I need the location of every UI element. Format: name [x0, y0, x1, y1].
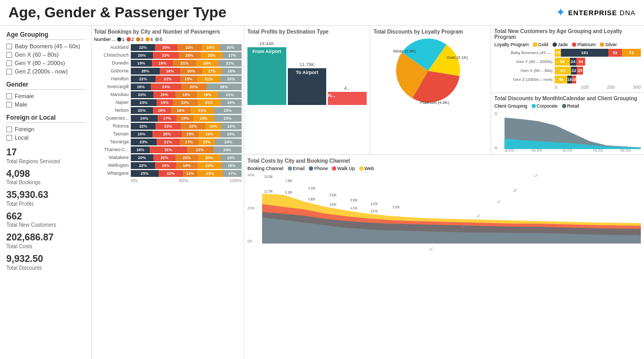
svg-text:7.26K: 7.26K	[285, 179, 293, 183]
bar-segment: 16%	[153, 107, 171, 114]
checkbox-genz[interactable]	[6, 69, 12, 75]
filter-local[interactable]: Local	[6, 134, 85, 141]
filter-genx[interactable]: Gen X (60 – 80s)	[6, 51, 85, 58]
logo: ✦ ENTERPRISE DNA	[556, 6, 636, 19]
stacked-bar-row: Auckland22%20%22%16%20%	[94, 44, 242, 51]
bar-segment: 18%	[221, 123, 242, 130]
bar-segment: 15%	[180, 76, 197, 82]
bar-segment: 23%	[153, 52, 179, 59]
bar-segment: 15%	[182, 131, 199, 138]
age-loyalty-segment: 24	[570, 58, 576, 66]
bar-segment: 20%	[179, 52, 201, 59]
bar-segment: 21%	[191, 107, 214, 114]
bar-segment: 25%	[131, 170, 159, 177]
age-loyalty-segment: 63	[555, 67, 571, 75]
checkbox-local[interactable]	[6, 135, 12, 141]
from-airport-label: From Airport	[253, 49, 282, 54]
stacked-bar-row: Dunedin19%19%21%20%21%	[94, 59, 242, 67]
stacked-bar-row: Rotorua22%22%22%14%18%	[94, 122, 242, 130]
checkbox-genx[interactable]	[6, 52, 12, 58]
profit-bar-other: 4... N...	[328, 86, 367, 105]
filter-foreign[interactable]: Foreign	[6, 126, 85, 132]
bar-segment: 19%	[197, 91, 218, 98]
bar-segment: 20%	[198, 154, 221, 161]
checkbox-baby-boomers[interactable]	[6, 44, 12, 49]
filter-geny[interactable]: Gen Y (80 – 2000s)	[6, 60, 85, 66]
svg-text:12.79K: 12.79K	[264, 189, 273, 193]
pie-chart: Silver (2.5K) Gold (3.1K) Platinum (4.6K…	[373, 37, 487, 105]
checkbox-foreign[interactable]	[6, 126, 12, 132]
stat-bookings: 4,098 Total Bookings	[6, 168, 85, 186]
bar-segment: 20%	[131, 52, 153, 59]
bar-segment: 15%	[157, 99, 173, 106]
bar-segment: 19%	[155, 162, 176, 169]
bar-segment: 16%	[131, 146, 150, 153]
stacked-bar-row: Queensto...24%17%15%18%25%	[94, 114, 242, 122]
stacked-bar-chart: Auckland22%20%22%16%20%Christchurch20%23…	[94, 44, 242, 177]
stacked-bar-row: Tasman19%26%15%19%19%	[94, 130, 242, 138]
svg-text:10.18K: 10.18K	[264, 175, 273, 178]
bar-segment: 20%	[153, 91, 176, 98]
age-loyalty-row: Gen Z (2000s – now)481818	[494, 76, 641, 83]
bar-segment: 21%	[157, 139, 180, 145]
bar-segment: 18%	[171, 107, 191, 114]
gender-filter: Gender Female Male	[6, 81, 85, 108]
bar-segment: 24%	[131, 115, 158, 122]
age-loyalty-chart: Baby Boomers (45 –...251815373Gen Y (80 …	[494, 49, 641, 83]
profit-bar-to: 11.79K To Airport	[288, 62, 327, 105]
bar-segment: 18%	[222, 68, 242, 75]
page-title: Age, Gender & Passenger Type	[8, 4, 226, 21]
svg-text:Jan 2016: Jan 2016	[504, 149, 514, 152]
stacked-bar-row: Gisborne26%18%20%17%18%	[94, 67, 242, 75]
svg-text:4.21K: 4.21K	[350, 206, 358, 210]
gender-title: Gender	[6, 81, 85, 90]
bar-segment: 19%	[221, 154, 242, 161]
bar-segment: 15%	[199, 139, 215, 145]
stacked-bar-row: Wellington22%19%19%22%18%	[94, 162, 242, 169]
age-loyalty-segment: 22	[571, 67, 577, 75]
costs-legend: Booking Channel Email Phone Walk Up Web	[247, 166, 641, 171]
foreign-local-title: Foreign or Local	[6, 114, 85, 123]
filter-female[interactable]: Female	[6, 93, 85, 99]
svg-text:3.51K: 3.51K	[392, 205, 400, 209]
discounts-legend: Client Grouping Corporate Retail	[494, 103, 641, 109]
age-loyalty-panel: Total New Customers by Age Grouping and …	[491, 26, 644, 93]
svg-text:4.07K: 4.07K	[371, 202, 378, 206]
svg-text:0K: 0K	[494, 145, 498, 150]
age-loyalty-row: Baby Boomers (45 –...251815373	[494, 49, 641, 57]
svg-text:Platinum (4.6K): Platinum (4.6K)	[420, 100, 449, 105]
checkbox-male[interactable]	[6, 102, 12, 108]
svg-text:4.14K: 4.14K	[308, 186, 316, 190]
bar-segment: 20%	[181, 83, 206, 90]
costs-area-chart: 12.79K 8.16K 6.80K 4.92K 4.21K 3.67K 10.…	[262, 173, 641, 251]
bar-segment: 22%	[173, 99, 197, 106]
bar-segment: 22%	[198, 162, 222, 169]
filter-baby-boomers[interactable]: Baby Boomers (45 – 60s)	[6, 43, 85, 49]
profit-bar-from: 19.44K From Airport	[247, 41, 286, 105]
bar-segment: 21%	[173, 60, 196, 67]
bar-segment: 23%	[131, 99, 157, 106]
bar-segment: 20%	[153, 154, 176, 161]
bar-segment: 17%	[180, 139, 199, 145]
stat-regions: 17 Total Regions Serviced	[6, 147, 85, 164]
checkbox-geny[interactable]	[6, 60, 12, 66]
bar-segment: 19%	[199, 131, 220, 138]
header: Age, Gender & Passenger Type ✦ ENTERPRIS…	[0, 0, 644, 26]
bar-segment: 26%	[152, 131, 182, 138]
bar-segment: 22%	[159, 170, 183, 177]
stacked-bar-row: Tauranga23%21%17%15%24%	[94, 138, 242, 145]
checkbox-female[interactable]	[6, 93, 12, 99]
bar-segment: 24%	[213, 146, 242, 153]
bar-segment: 25%	[214, 107, 242, 114]
sidebar: Age Grouping Baby Boomers (45 – 60s) Gen…	[0, 26, 92, 359]
bar-segment: 19%	[175, 91, 196, 98]
stacked-bar-row: Christchurch20%23%20%20%17%	[94, 51, 242, 59]
filter-genz[interactable]: Gen Z (2000s - now)	[6, 68, 85, 75]
stacked-bar-row: Waitakere20%20%20%20%19%	[94, 154, 242, 161]
svg-text:8.16K: 8.16K	[285, 191, 293, 194]
filter-male[interactable]: Male	[6, 101, 85, 108]
bar-segment: 21%	[219, 60, 242, 67]
age-loyalty-segment: 59	[555, 58, 570, 66]
svg-text:5.92K: 5.92K	[329, 193, 337, 197]
bar-segment: 18%	[193, 115, 213, 122]
